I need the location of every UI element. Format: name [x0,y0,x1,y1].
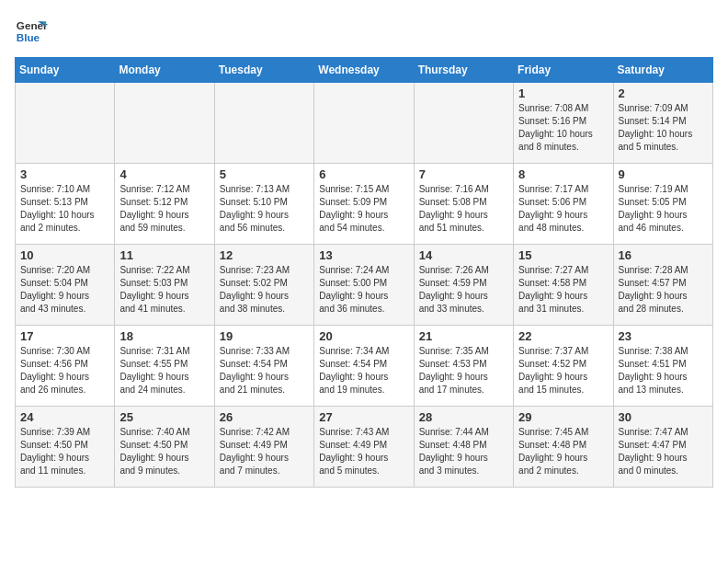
day-number: 18 [119,329,209,343]
calendar-cell: 4Sunrise: 7:12 AM Sunset: 5:12 PM Daylig… [115,164,214,245]
day-info: Sunrise: 7:43 AM Sunset: 4:49 PM Dayligh… [319,426,408,477]
weekday-header-wednesday: Wednesday [314,58,414,83]
calendar-cell [115,83,214,164]
calendar-cell [314,83,414,164]
day-info: Sunrise: 7:08 AM Sunset: 5:16 PM Dayligh… [518,102,608,154]
calendar-body: 1Sunrise: 7:08 AM Sunset: 5:16 PM Daylig… [16,83,713,488]
day-info: Sunrise: 7:26 AM Sunset: 4:59 PM Dayligh… [419,264,508,316]
day-info: Sunrise: 7:22 AM Sunset: 5:03 PM Dayligh… [119,264,209,316]
day-info: Sunrise: 7:42 AM Sunset: 4:49 PM Dayligh… [220,426,309,477]
day-info: Sunrise: 7:27 AM Sunset: 4:58 PM Dayligh… [518,264,608,316]
calendar-week-1: 1Sunrise: 7:08 AM Sunset: 5:16 PM Daylig… [16,83,713,164]
day-info: Sunrise: 7:31 AM Sunset: 4:55 PM Dayligh… [119,345,209,396]
weekday-row: SundayMondayTuesdayWednesdayThursdayFrid… [16,58,713,83]
day-info: Sunrise: 7:47 AM Sunset: 4:47 PM Dayligh… [619,426,708,477]
calendar-cell: 30Sunrise: 7:47 AM Sunset: 4:47 PM Dayli… [613,407,712,488]
day-info: Sunrise: 7:20 AM Sunset: 5:04 PM Dayligh… [20,264,109,316]
day-number: 8 [518,167,608,181]
weekday-header-sunday: Sunday [16,58,115,83]
day-info: Sunrise: 7:15 AM Sunset: 5:09 PM Dayligh… [319,183,408,235]
day-number: 4 [119,167,209,181]
calendar-cell: 15Sunrise: 7:27 AM Sunset: 4:58 PM Dayli… [514,245,613,326]
weekday-header-friday: Friday [514,58,613,83]
calendar-cell: 25Sunrise: 7:40 AM Sunset: 4:50 PM Dayli… [115,407,214,488]
day-number: 6 [319,167,408,181]
day-info: Sunrise: 7:45 AM Sunset: 4:48 PM Dayligh… [518,426,608,477]
weekday-header-tuesday: Tuesday [214,58,313,83]
calendar-cell: 8Sunrise: 7:17 AM Sunset: 5:06 PM Daylig… [514,164,613,245]
logo-icon: General Blue [15,15,48,48]
day-info: Sunrise: 7:33 AM Sunset: 4:54 PM Dayligh… [220,345,309,396]
day-info: Sunrise: 7:16 AM Sunset: 5:08 PM Dayligh… [419,183,508,235]
day-number: 26 [220,410,309,424]
day-number: 7 [419,167,508,181]
day-number: 2 [619,86,708,100]
day-number: 22 [518,329,608,343]
day-number: 14 [419,248,508,262]
calendar-cell: 28Sunrise: 7:44 AM Sunset: 4:48 PM Dayli… [414,407,513,488]
calendar-header: SundayMondayTuesdayWednesdayThursdayFrid… [16,58,713,83]
calendar-cell: 18Sunrise: 7:31 AM Sunset: 4:55 PM Dayli… [115,326,214,407]
day-number: 13 [319,248,408,262]
day-number: 15 [518,248,608,262]
day-info: Sunrise: 7:38 AM Sunset: 4:51 PM Dayligh… [619,345,708,396]
day-number: 29 [518,410,608,424]
day-info: Sunrise: 7:34 AM Sunset: 4:54 PM Dayligh… [319,345,408,396]
day-info: Sunrise: 7:37 AM Sunset: 4:52 PM Dayligh… [518,345,608,396]
calendar-cell: 2Sunrise: 7:09 AM Sunset: 5:14 PM Daylig… [613,83,712,164]
day-info: Sunrise: 7:19 AM Sunset: 5:05 PM Dayligh… [619,183,708,235]
calendar-cell: 13Sunrise: 7:24 AM Sunset: 5:00 PM Dayli… [314,245,414,326]
day-info: Sunrise: 7:13 AM Sunset: 5:10 PM Dayligh… [220,183,309,235]
day-info: Sunrise: 7:24 AM Sunset: 5:00 PM Dayligh… [319,264,408,316]
calendar-cell [16,83,115,164]
day-number: 30 [619,410,708,424]
calendar-cell [214,83,313,164]
calendar-table: SundayMondayTuesdayWednesdayThursdayFrid… [15,57,713,488]
svg-text:Blue: Blue [17,31,40,43]
day-info: Sunrise: 7:17 AM Sunset: 5:06 PM Dayligh… [518,183,608,235]
day-number: 3 [20,167,109,181]
day-number: 23 [619,329,708,343]
calendar-cell: 11Sunrise: 7:22 AM Sunset: 5:03 PM Dayli… [115,245,214,326]
calendar-cell: 22Sunrise: 7:37 AM Sunset: 4:52 PM Dayli… [514,326,613,407]
calendar-cell: 3Sunrise: 7:10 AM Sunset: 5:13 PM Daylig… [16,164,115,245]
day-number: 28 [419,410,508,424]
day-number: 16 [619,248,708,262]
calendar-cell [414,83,513,164]
calendar-cell: 9Sunrise: 7:19 AM Sunset: 5:05 PM Daylig… [613,164,712,245]
day-info: Sunrise: 7:30 AM Sunset: 4:56 PM Dayligh… [20,345,109,396]
day-number: 20 [319,329,408,343]
day-info: Sunrise: 7:23 AM Sunset: 5:02 PM Dayligh… [220,264,309,316]
day-info: Sunrise: 7:10 AM Sunset: 5:13 PM Dayligh… [20,183,109,235]
calendar-cell: 27Sunrise: 7:43 AM Sunset: 4:49 PM Dayli… [314,407,414,488]
day-number: 11 [119,248,209,262]
calendar-cell: 12Sunrise: 7:23 AM Sunset: 5:02 PM Dayli… [214,245,313,326]
calendar-cell: 10Sunrise: 7:20 AM Sunset: 5:04 PM Dayli… [16,245,115,326]
calendar-cell: 21Sunrise: 7:35 AM Sunset: 4:53 PM Dayli… [414,326,513,407]
calendar-week-5: 24Sunrise: 7:39 AM Sunset: 4:50 PM Dayli… [16,407,713,488]
calendar-cell: 16Sunrise: 7:28 AM Sunset: 4:57 PM Dayli… [613,245,712,326]
day-number: 17 [20,329,109,343]
day-number: 5 [220,167,309,181]
weekday-header-saturday: Saturday [613,58,712,83]
calendar-cell: 29Sunrise: 7:45 AM Sunset: 4:48 PM Dayli… [514,407,613,488]
calendar-cell: 17Sunrise: 7:30 AM Sunset: 4:56 PM Dayli… [16,326,115,407]
calendar-week-4: 17Sunrise: 7:30 AM Sunset: 4:56 PM Dayli… [16,326,713,407]
calendar-cell: 24Sunrise: 7:39 AM Sunset: 4:50 PM Dayli… [16,407,115,488]
day-number: 9 [619,167,708,181]
calendar-cell: 14Sunrise: 7:26 AM Sunset: 4:59 PM Dayli… [414,245,513,326]
day-info: Sunrise: 7:28 AM Sunset: 4:57 PM Dayligh… [619,264,708,316]
day-number: 25 [119,410,209,424]
day-info: Sunrise: 7:35 AM Sunset: 4:53 PM Dayligh… [419,345,508,396]
day-number: 19 [220,329,309,343]
day-number: 12 [220,248,309,262]
logo: General Blue [15,15,48,48]
weekday-header-monday: Monday [115,58,214,83]
calendar-cell: 5Sunrise: 7:13 AM Sunset: 5:10 PM Daylig… [214,164,313,245]
day-info: Sunrise: 7:44 AM Sunset: 4:48 PM Dayligh… [419,426,508,477]
day-number: 27 [319,410,408,424]
day-info: Sunrise: 7:39 AM Sunset: 4:50 PM Dayligh… [20,426,109,477]
day-info: Sunrise: 7:09 AM Sunset: 5:14 PM Dayligh… [619,102,708,154]
day-number: 21 [419,329,508,343]
page-header: General Blue [15,15,713,48]
